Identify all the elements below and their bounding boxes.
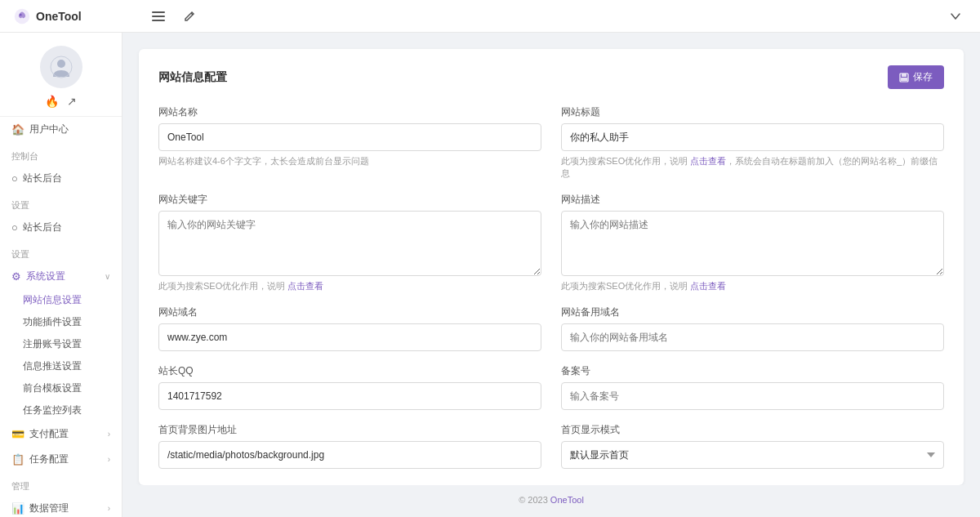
sidebar-subitem-register[interactable]: 注册账号设置 [0, 333, 122, 355]
label-site-backup-domain: 网站备用域名 [561, 305, 944, 319]
field-site-backup-domain: 网站备用域名 [561, 305, 944, 351]
logout-icon[interactable]: ↗ [67, 95, 77, 108]
svg-rect-8 [902, 74, 906, 77]
link-site-keywords[interactable]: 点击查看 [287, 281, 323, 291]
fire-icon[interactable]: 🔥 [45, 95, 59, 108]
chevron-icon-data: › [108, 504, 110, 513]
input-site-keywords[interactable] [158, 211, 541, 276]
sidebar-item-admin-backend-2[interactable]: ○ 站长后台 [0, 215, 122, 240]
chevron-icon-payment: › [108, 430, 110, 439]
sidebar-section-manage: 管理 [0, 472, 122, 496]
gear-icon: ⚙ [11, 270, 21, 283]
sidebar-subitem-site-info[interactable]: 网站信息设置 [0, 289, 122, 311]
sidebar-subitem-task-monitor[interactable]: 任务监控列表 [0, 399, 122, 421]
sidebar-submenu-system: 网站信息设置 功能插件设置 注册账号设置 信息推送设置 前台模板设置 任务监控列… [0, 289, 122, 421]
hint-site-name: 网站名称建议4-6个字文字，太长会造成前台显示问题 [158, 155, 541, 167]
sidebar-section-settings-1: 设置 [0, 191, 122, 215]
footer-brand-link[interactable]: OneTool [550, 495, 584, 505]
payment-icon: 💳 [11, 428, 24, 440]
page-footer: © 2023 OneTool [139, 485, 964, 515]
logo-icon [13, 7, 31, 25]
sidebar-item-data-manage[interactable]: 📊 数据管理 › [0, 496, 122, 517]
input-site-title[interactable] [561, 123, 944, 151]
svg-rect-2 [152, 11, 165, 13]
field-site-desc: 网站描述 此项为搜索SEO优化作用，说明 点击查看 [561, 193, 944, 292]
app-name: OneTool [36, 10, 82, 23]
link-site-title[interactable]: 点击查看 [690, 156, 726, 166]
hint-site-desc: 此项为搜索SEO优化作用，说明 点击查看 [561, 280, 944, 292]
input-icp[interactable] [561, 382, 944, 410]
sidebar-section-settings-2: 设置 [0, 240, 122, 264]
circle-icon-2: ○ [11, 221, 18, 234]
svg-rect-4 [152, 20, 165, 21]
label-site-desc: 网站描述 [561, 193, 944, 207]
label-site-title: 网站标题 [561, 105, 944, 119]
sidebar-label-system: 系统设置 [26, 270, 65, 283]
sidebar-subitem-plugins[interactable]: 功能插件设置 [0, 311, 122, 333]
field-site-domain: 网站域名 [158, 305, 541, 351]
input-site-backup-domain[interactable] [561, 323, 944, 351]
input-site-domain[interactable] [158, 323, 541, 351]
label-site-qq: 站长QQ [158, 364, 541, 378]
sidebar-label-admin-2: 站长后台 [23, 221, 62, 234]
sidebar-item-system-settings[interactable]: ⚙ 系统设置 ∨ [0, 264, 122, 289]
chevron-icon-system: ∨ [105, 272, 110, 281]
label-site-name: 网站名称 [158, 105, 541, 119]
input-bg-image[interactable] [158, 441, 541, 469]
footer-copyright: © 2023 [519, 495, 550, 505]
link-site-desc[interactable]: 点击查看 [690, 281, 726, 291]
avatar-actions: 🔥 ↗ [45, 95, 77, 108]
main-layout: 🔥 ↗ 🏠 用户中心 控制台 ○ 站长后台 设置 ○ 站长后台 设置 ⚙ 系统设… [0, 33, 980, 517]
user-avatar-icon [50, 56, 73, 78]
nav-chevron-button[interactable] [944, 5, 967, 28]
select-display-mode[interactable]: 默认显示首页 显示登录页 显示注册页 [561, 441, 944, 469]
save-button[interactable]: 保存 [888, 65, 944, 89]
nav-right [944, 5, 967, 28]
sidebar-label-admin-1: 站长后台 [23, 172, 62, 185]
save-icon [899, 73, 909, 82]
label-site-domain: 网站域名 [158, 305, 541, 319]
input-site-desc[interactable] [561, 211, 944, 276]
field-site-title: 网站标题 此项为搜索SEO优化作用，说明 点击查看，系统会自动在标题前加入（您的… [561, 105, 944, 180]
svg-point-5 [57, 60, 65, 68]
circle-icon-1: ○ [11, 172, 18, 185]
task-icon: 📋 [11, 453, 24, 466]
label-icp: 备案号 [561, 364, 944, 378]
hint-site-keywords: 此项为搜索SEO优化作用，说明 点击查看 [158, 280, 541, 292]
avatar [40, 46, 82, 88]
hamburger-button[interactable] [147, 5, 170, 28]
form-grid: 网站名称 网站名称建议4-6个字文字，太长会造成前台显示问题 网站标题 此项为搜… [158, 105, 944, 469]
app-logo: OneTool [13, 7, 127, 25]
svg-rect-3 [152, 16, 165, 17]
sidebar: 🔥 ↗ 🏠 用户中心 控制台 ○ 站长后台 设置 ○ 站长后台 设置 ⚙ 系统设… [0, 33, 122, 517]
sidebar-item-payment[interactable]: 💳 支付配置 › [0, 421, 122, 447]
card-title: 网站信息配置 [158, 70, 227, 85]
nav-actions [147, 5, 201, 28]
label-bg-image: 首页背景图片地址 [158, 423, 541, 437]
card-header: 网站信息配置 保存 [158, 65, 944, 89]
input-site-qq[interactable] [158, 382, 541, 410]
home-icon: 🏠 [11, 123, 24, 136]
field-icp: 备案号 [561, 364, 944, 410]
sidebar-item-user-center[interactable]: 🏠 用户中心 [0, 117, 122, 142]
svg-point-1 [20, 13, 22, 16]
sidebar-label-task-config: 任务配置 [29, 452, 69, 466]
field-site-qq: 站长QQ [158, 364, 541, 410]
field-site-name: 网站名称 网站名称建议4-6个字文字，太长会造成前台显示问题 [158, 105, 541, 180]
edit-button[interactable] [178, 5, 201, 28]
sidebar-label-payment: 支付配置 [29, 427, 69, 441]
sidebar-item-admin-backend-1[interactable]: ○ 站长后台 [0, 166, 122, 191]
chevron-icon-task: › [108, 455, 110, 464]
sidebar-subitem-message[interactable]: 信息推送设置 [0, 355, 122, 377]
input-site-name[interactable] [158, 123, 541, 151]
main-content: 网站信息配置 保存 网站名称 网站名称建议4-6个字文字，太长会造成前台显示问题 [122, 33, 980, 517]
save-label: 保存 [913, 70, 933, 84]
avatar-area: 🔥 ↗ [0, 33, 122, 117]
site-info-card: 网站信息配置 保存 网站名称 网站名称建议4-6个字文字，太长会造成前台显示问题 [139, 49, 964, 485]
svg-rect-9 [901, 78, 907, 81]
hint-site-title: 此项为搜索SEO优化作用，说明 点击查看，系统会自动在标题前加入（您的网站名称_… [561, 155, 944, 180]
field-site-keywords: 网站关键字 此项为搜索SEO优化作用，说明 点击查看 [158, 193, 541, 292]
sidebar-subitem-template[interactable]: 前台模板设置 [0, 377, 122, 399]
sidebar-item-task-config[interactable]: 📋 任务配置 › [0, 447, 122, 472]
data-icon: 📊 [11, 502, 24, 515]
